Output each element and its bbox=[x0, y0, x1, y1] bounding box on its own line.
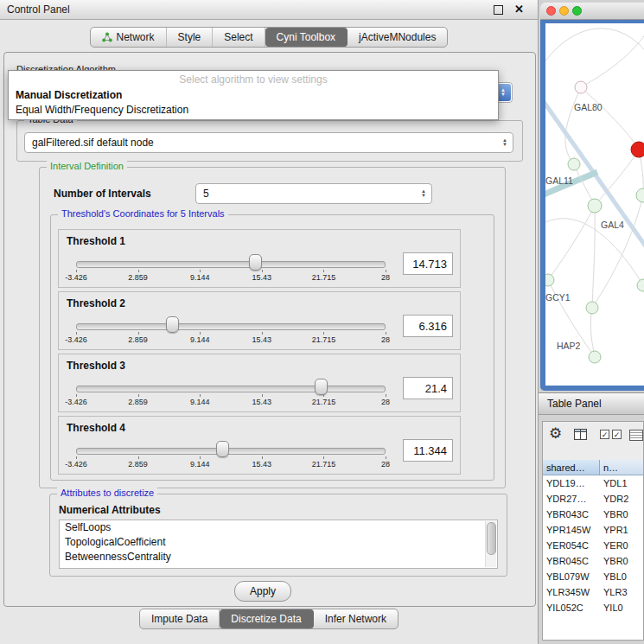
tab-infer-network[interactable]: Infer Network bbox=[314, 609, 398, 628]
network-window-titlebar bbox=[540, 3, 644, 20]
tab-impute-data[interactable]: Impute Data bbox=[140, 609, 220, 628]
close-icon[interactable]: ✕ bbox=[514, 3, 524, 16]
network-node[interactable] bbox=[586, 302, 598, 314]
tick-mark bbox=[76, 332, 77, 335]
threshold-value-field[interactable]: 11.344 bbox=[403, 439, 453, 462]
threshold-label: Threshold 2 bbox=[67, 297, 125, 309]
tick-mark bbox=[76, 456, 77, 459]
network-node[interactable] bbox=[636, 188, 644, 202]
tick-label: -3.426 bbox=[65, 398, 87, 406]
tick-label: 15.43 bbox=[252, 335, 272, 344]
tab-style[interactable]: Style bbox=[167, 28, 214, 47]
table-data-combobox[interactable]: galFiltered.sif default node ▲ ▼ bbox=[24, 132, 513, 153]
table-row[interactable]: YBR045CYBR0 bbox=[543, 553, 643, 569]
threshold-value-field[interactable]: 14.713 bbox=[403, 252, 453, 275]
table-row[interactable]: YDR27…YDR2 bbox=[543, 491, 643, 507]
network-node[interactable] bbox=[637, 279, 644, 291]
network-canvas[interactable]: GAL80GAL11GAL4GCY1HAP2 bbox=[545, 23, 644, 386]
column-header-shared-name[interactable]: shared… bbox=[543, 460, 600, 475]
tab-jactivemnodules[interactable]: jActiveMNodules bbox=[348, 28, 447, 47]
list-scrollbar[interactable] bbox=[485, 521, 496, 567]
slider-ticks: -3.4262.8599.14415.4321.71528 bbox=[76, 456, 386, 470]
tab-cyni-toolbox[interactable]: Cyni Toolbox bbox=[265, 28, 348, 47]
mac-minimize-icon[interactable] bbox=[559, 6, 569, 16]
network-node[interactable] bbox=[589, 351, 601, 363]
threshold-value-field[interactable]: 6.316 bbox=[403, 315, 453, 337]
network-node[interactable] bbox=[575, 81, 587, 93]
network-edge[interactable] bbox=[590, 308, 595, 357]
number-of-intervals-combobox[interactable]: 5 ▲ ▼ bbox=[195, 183, 432, 204]
threshold-slider[interactable]: -3.4262.8599.14415.4321.71528 bbox=[76, 439, 386, 472]
network-edge[interactable] bbox=[581, 34, 644, 87]
slider-track[interactable] bbox=[76, 386, 386, 392]
numerical-attributes-list[interactable]: SelfLoops TopologicalCoefficient Between… bbox=[59, 520, 498, 569]
slider-thumb[interactable] bbox=[216, 441, 229, 457]
apply-button[interactable]: Apply bbox=[234, 581, 291, 602]
network-node-label: GAL80 bbox=[574, 102, 603, 112]
threshold-slider[interactable]: -3.4262.8599.14415.4321.71528 bbox=[76, 377, 386, 410]
network-edge[interactable] bbox=[595, 150, 639, 206]
network-edge[interactable] bbox=[581, 87, 639, 150]
dropdown-option-equal-width-frequency[interactable]: Equal Width/Frequency Discretization bbox=[9, 103, 498, 118]
float-icon[interactable] bbox=[494, 5, 503, 15]
tick-mark bbox=[138, 270, 139, 272]
table-row[interactable]: YLR345WYLR3 bbox=[543, 584, 643, 600]
tick-mark bbox=[386, 456, 386, 459]
tab-select[interactable]: Select bbox=[213, 28, 265, 47]
mac-close-icon[interactable] bbox=[546, 6, 556, 16]
slider-thumb[interactable] bbox=[166, 316, 179, 333]
slider-ticks: -3.4262.8599.14415.4321.71528 bbox=[76, 394, 386, 408]
checkbox-all-icon[interactable]: ✓ bbox=[600, 430, 609, 439]
slider-track[interactable] bbox=[76, 323, 386, 330]
scrollbar-thumb[interactable] bbox=[487, 522, 496, 555]
tab-label: Select bbox=[224, 31, 252, 43]
tab-network[interactable]: Network bbox=[91, 28, 167, 47]
tick-mark bbox=[138, 456, 139, 459]
list-item[interactable]: TopologicalCoefficient bbox=[60, 535, 497, 550]
table-row[interactable]: YBL079WYBL0 bbox=[543, 569, 643, 584]
threshold-value-field[interactable]: 21.4 bbox=[403, 377, 453, 399]
column-header-name[interactable]: n… bbox=[600, 460, 643, 475]
cell-shared-name: YPR145W bbox=[546, 522, 598, 538]
tick-label: 28 bbox=[381, 273, 390, 282]
threshold-slider[interactable]: -3.4262.8599.14415.4321.71528 bbox=[76, 315, 386, 348]
gear-icon[interactable]: ⚙ bbox=[549, 424, 562, 443]
network-edge[interactable] bbox=[545, 29, 644, 71]
list-item[interactable]: BetweennessCentrality bbox=[60, 550, 497, 564]
network-edge[interactable] bbox=[592, 195, 643, 308]
thresholds-group: Threshold's Coordinates for 5 Intervals … bbox=[50, 214, 494, 481]
network-edge[interactable] bbox=[548, 206, 595, 280]
tick-label: 2.859 bbox=[128, 335, 148, 344]
threshold-panel-2: Threshold 2 -3.4262.8599.14415.4321.7152… bbox=[58, 291, 461, 350]
table-row[interactable]: YIL052CYIL0 bbox=[543, 600, 643, 615]
tab-discretize-data[interactable]: Discretize Data bbox=[220, 609, 313, 628]
list-item[interactable]: SelfLoops bbox=[60, 520, 497, 535]
threshold-slider[interactable]: -3.4262.8599.14415.4321.71528 bbox=[76, 252, 386, 285]
rows-icon[interactable] bbox=[629, 430, 643, 441]
interval-definition-group: Interval Definition Number of Intervals … bbox=[39, 167, 506, 488]
network-edge[interactable] bbox=[592, 206, 595, 308]
columns-icon[interactable] bbox=[574, 429, 587, 440]
network-canvas-svg[interactable]: GAL80GAL11GAL4GCY1HAP2 bbox=[545, 23, 644, 386]
slider-track[interactable] bbox=[76, 261, 386, 268]
tick-mark bbox=[323, 456, 324, 459]
network-node[interactable] bbox=[588, 199, 602, 213]
slider-ticks: -3.4262.8599.14415.4321.71528 bbox=[76, 270, 386, 284]
dropdown-option-manual-discretization[interactable]: Manual Discretization bbox=[9, 88, 498, 103]
checkbox-select-icon[interactable]: ✓ bbox=[612, 430, 622, 439]
cell-name: YDR2 bbox=[603, 491, 628, 507]
table-row[interactable]: YPR145WYPR1 bbox=[543, 522, 643, 538]
slider-thumb[interactable] bbox=[249, 254, 262, 271]
network-node[interactable] bbox=[568, 158, 580, 170]
network-node-selected[interactable] bbox=[631, 142, 644, 157]
mac-zoom-icon[interactable] bbox=[572, 6, 582, 16]
cell-shared-name: YBR045C bbox=[546, 553, 598, 569]
slider-thumb[interactable] bbox=[315, 379, 328, 395]
network-node[interactable] bbox=[545, 274, 554, 286]
table-row[interactable]: YER054CYER0 bbox=[543, 538, 643, 553]
tick-label: 15.43 bbox=[252, 460, 272, 469]
table-row[interactable]: YDL19…YDL1 bbox=[543, 475, 643, 491]
table-row[interactable]: YBR043CYBR0 bbox=[543, 507, 643, 522]
tick-mark bbox=[386, 332, 386, 335]
slider-track[interactable] bbox=[76, 448, 386, 455]
